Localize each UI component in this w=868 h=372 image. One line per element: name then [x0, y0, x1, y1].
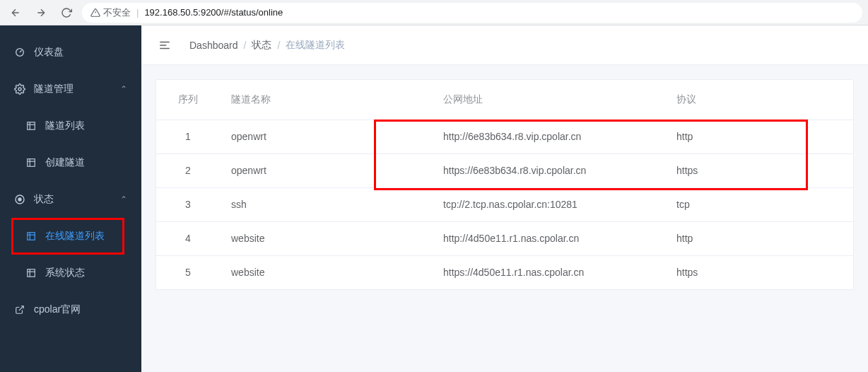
cell-seq: 3: [156, 187, 220, 221]
table-icon: [25, 157, 37, 168]
url-bar[interactable]: 不安全 | 192.168.50.5:9200/#/status/online: [82, 3, 862, 23]
cell-proto: tcp: [665, 187, 853, 221]
sidebar-item-label: cpolar官网: [34, 303, 81, 316]
svg-rect-4: [28, 122, 35, 130]
sidebar-item-tunnel-list[interactable]: 隧道列表: [0, 107, 141, 144]
tunnel-table-card: 序列 隧道名称 公网地址 协议 1 openwrt http://6e83b63…: [156, 79, 854, 290]
arrow-left-icon: [10, 7, 21, 18]
cell-name: ssh: [220, 187, 432, 221]
sidebar-item-system-status[interactable]: 系统状态: [0, 255, 141, 291]
table-row: 2 openwrt https://6e83b634.r8.vip.cpolar…: [156, 153, 853, 187]
gear-icon: [14, 83, 25, 95]
arrow-right-icon: [35, 7, 47, 18]
url-text: 192.168.50.5:9200/#/status/online: [144, 7, 283, 18]
sidebar-item-label: 系统状态: [45, 267, 85, 279]
sidebar-item-tunnel-mgmt[interactable]: 隧道管理 ⌃: [0, 71, 141, 107]
breadcrumb-item[interactable]: 状态: [252, 39, 271, 52]
menu-toggle-button[interactable]: [158, 39, 171, 52]
sidebar-item-label: 在线隧道列表: [45, 230, 105, 243]
sidebar-item-official-site[interactable]: cpolar官网: [0, 291, 141, 328]
table-row: 4 website http://4d50e11.r1.nas.cpolar.c…: [156, 221, 853, 255]
sidebar-item-label: 状态: [34, 193, 54, 206]
breadcrumb-sep: /: [277, 40, 280, 51]
reload-icon: [61, 7, 72, 18]
tunnel-table: 序列 隧道名称 公网地址 协议 1 openwrt http://6e83b63…: [156, 80, 853, 289]
table-row: 3 ssh tcp://2.tcp.nas.cpolar.cn:10281 tc…: [156, 187, 853, 221]
forward-button[interactable]: [31, 3, 51, 23]
cell-name: openwrt: [220, 120, 432, 153]
svg-point-11: [18, 198, 21, 201]
table-header-proto: 协议: [665, 80, 853, 120]
main-content: Dashboard / 状态 / 在线隧道列表 序列 隧道名称 公网地址 协议: [141, 25, 868, 372]
insecure-label: 不安全: [103, 6, 131, 19]
cell-seq: 5: [156, 255, 220, 289]
cell-name: website: [220, 255, 432, 289]
chevron-up-icon: ⌃: [120, 194, 127, 204]
insecure-badge: 不安全: [90, 6, 131, 19]
sidebar-item-dashboard[interactable]: 仪表盘: [0, 34, 141, 71]
svg-rect-7: [28, 159, 35, 167]
cell-proto: http: [665, 120, 853, 153]
cell-addr: https://4d50e11.r1.nas.cpolar.cn: [432, 255, 665, 289]
chevron-up-icon: ⌃: [120, 84, 127, 94]
sidebar-item-online-list[interactable]: 在线隧道列表: [0, 218, 141, 255]
svg-point-3: [18, 88, 21, 91]
sidebar-item-label: 创建隧道: [45, 156, 85, 169]
sidebar-item-label: 隧道管理: [34, 83, 74, 95]
warning-icon: [90, 8, 100, 18]
cell-proto: https: [665, 153, 853, 187]
table-header-seq: 序列: [156, 80, 220, 120]
table-header-name: 隧道名称: [220, 80, 432, 120]
browser-bar: 不安全 | 192.168.50.5:9200/#/status/online: [0, 0, 868, 25]
cell-proto: https: [665, 255, 853, 289]
breadcrumb-sep: /: [244, 40, 247, 51]
reload-button[interactable]: [57, 3, 76, 23]
cell-seq: 2: [156, 153, 220, 187]
table-icon: [25, 120, 37, 132]
svg-line-18: [19, 306, 23, 310]
table-icon: [25, 231, 37, 242]
menu-collapse-icon: [158, 39, 171, 52]
sidebar: 仪表盘 隧道管理 ⌃ 隧道列表 创建隧道 状态 ⌃: [0, 25, 141, 372]
dashboard-icon: [14, 47, 25, 58]
sidebar-item-create-tunnel[interactable]: 创建隧道: [0, 144, 141, 181]
sidebar-item-label: 仪表盘: [34, 46, 64, 59]
back-button[interactable]: [6, 3, 25, 23]
sidebar-item-label: 隧道列表: [45, 120, 85, 132]
cell-proto: http: [665, 221, 853, 255]
topbar: Dashboard / 状态 / 在线隧道列表: [141, 25, 868, 65]
table-row: 5 website https://4d50e11.r1.nas.cpolar.…: [156, 255, 853, 289]
breadcrumb-item[interactable]: Dashboard: [189, 40, 238, 51]
breadcrumb-current: 在线隧道列表: [286, 39, 345, 52]
svg-rect-15: [28, 269, 35, 277]
status-icon: [14, 194, 25, 205]
external-link-icon: [14, 304, 25, 315]
breadcrumb: Dashboard / 状态 / 在线隧道列表: [189, 39, 345, 52]
cell-name: openwrt: [220, 153, 432, 187]
cell-seq: 1: [156, 120, 220, 153]
cell-seq: 4: [156, 221, 220, 255]
cell-name: website: [220, 221, 432, 255]
svg-rect-12: [28, 233, 35, 240]
table-icon: [25, 267, 37, 279]
cell-addr: http://6e83b634.r8.vip.cpolar.cn: [432, 120, 665, 153]
table-row: 1 openwrt http://6e83b634.r8.vip.cpolar.…: [156, 120, 853, 153]
cell-addr: tcp://2.tcp.nas.cpolar.cn:10281: [432, 187, 665, 221]
sidebar-item-status[interactable]: 状态 ⌃: [0, 181, 141, 218]
cell-addr: https://6e83b634.r8.vip.cpolar.cn: [432, 153, 665, 187]
table-header-addr: 公网地址: [432, 80, 665, 120]
cell-addr: http://4d50e11.r1.nas.cpolar.cn: [432, 221, 665, 255]
